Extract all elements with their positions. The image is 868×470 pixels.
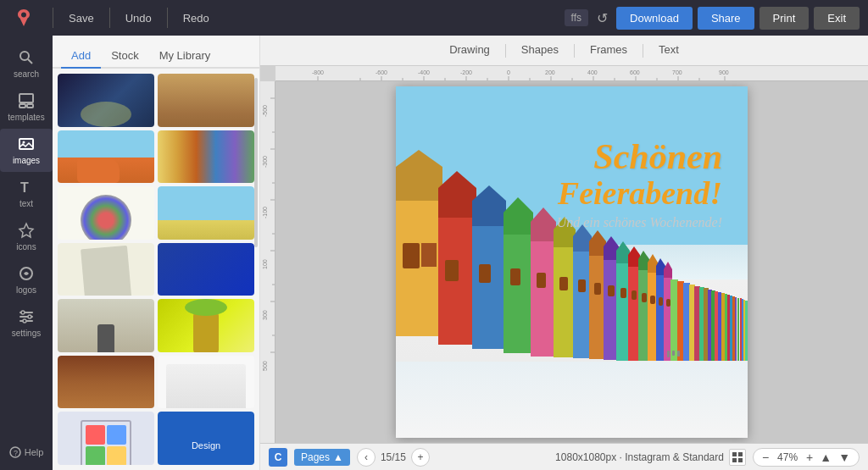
svg-text:-100: -100	[262, 207, 268, 218]
download-button[interactable]: Download	[616, 7, 693, 30]
grid-button[interactable]	[729, 449, 746, 466]
print-button[interactable]: Print	[760, 7, 810, 30]
list-item[interactable]	[158, 243, 254, 296]
list-item[interactable]	[158, 74, 254, 127]
svg-rect-66	[396, 201, 442, 336]
list-item[interactable]	[158, 130, 254, 184]
chevron-up-icon: ▲	[333, 451, 343, 463]
templates-icon	[18, 92, 35, 109]
zoom-down-button[interactable]: ▼	[837, 451, 852, 464]
svg-rect-123	[721, 293, 725, 361]
tab-shapes[interactable]: Shapes	[506, 38, 574, 63]
sidebar-item-icons[interactable]: icons	[0, 215, 53, 258]
sidebar-item-settings[interactable]: settings	[0, 301, 53, 345]
svg-rect-102	[642, 293, 647, 302]
list-item[interactable]	[58, 243, 154, 296]
svg-rect-69	[421, 243, 437, 267]
pages-label[interactable]: Pages ▲	[294, 449, 350, 466]
svg-rect-130	[740, 298, 742, 361]
list-item[interactable]	[58, 74, 154, 127]
list-item[interactable]	[58, 356, 154, 409]
share-button[interactable]: Share	[698, 7, 754, 30]
sidebar-item-logos[interactable]: logos	[0, 258, 53, 301]
svg-text:-300: -300	[262, 156, 268, 168]
sidebar-item-search[interactable]: search	[0, 42, 53, 86]
zoom-out-button[interactable]: −	[760, 451, 771, 464]
svg-text:400: 400	[587, 69, 598, 75]
prev-page-button[interactable]: ‹	[357, 448, 376, 467]
tab-add[interactable]: Add	[61, 44, 101, 69]
list-item[interactable]	[158, 299, 254, 352]
svg-rect-73	[472, 226, 506, 349]
help-label: Help	[25, 447, 44, 457]
zoom-in-button[interactable]: +	[804, 451, 815, 464]
svg-text:?: ?	[14, 449, 18, 457]
canvas-area: Drawing Shapes Frames Text -800	[260, 36, 868, 470]
svg-marker-80	[531, 207, 556, 241]
zoom-up-button[interactable]: ▲	[818, 451, 833, 464]
panel-scrollbar[interactable]	[254, 78, 258, 247]
svg-marker-77	[504, 197, 533, 235]
toolbar-divider2	[109, 8, 110, 28]
svg-marker-95	[616, 241, 630, 263]
list-item[interactable]	[158, 356, 254, 409]
exit-button[interactable]: Exit	[814, 7, 860, 30]
list-item[interactable]	[58, 186, 154, 240]
panel: Add Stock My Library	[53, 36, 260, 470]
sidebar-item-images[interactable]: images	[0, 129, 53, 172]
statusbar-logo: C	[269, 448, 287, 467]
svg-rect-108	[659, 297, 663, 306]
svg-point-14	[28, 315, 31, 318]
sidebar-item-text[interactable]: T text	[0, 172, 53, 215]
list-item[interactable]: Design	[158, 412, 254, 465]
redo-button[interactable]: Redo	[175, 8, 218, 28]
help-button[interactable]: ? Help	[4, 441, 49, 463]
svg-rect-90	[594, 283, 601, 295]
svg-text:300: 300	[262, 310, 268, 320]
list-item[interactable]	[58, 412, 154, 465]
svg-rect-124	[725, 294, 727, 361]
sidebar-item-templates[interactable]: templates	[0, 86, 53, 129]
history-button[interactable]: ↺	[593, 7, 611, 30]
tab-stock[interactable]: Stock	[101, 44, 149, 69]
tab-frames[interactable]: Frames	[575, 38, 643, 63]
app-logo[interactable]	[8, 3, 39, 33]
search-icon	[18, 49, 35, 66]
tab-my-library[interactable]: My Library	[149, 44, 221, 69]
list-item[interactable]	[58, 130, 154, 184]
sidebar-item-label: logos	[16, 285, 36, 295]
svg-line-1	[28, 59, 32, 64]
svg-rect-3	[19, 104, 25, 108]
svg-rect-116	[694, 286, 700, 361]
tab-drawing[interactable]: Drawing	[434, 38, 505, 63]
svg-rect-75	[479, 264, 491, 283]
svg-rect-111	[666, 299, 670, 307]
svg-rect-72	[445, 260, 459, 281]
next-page-button[interactable]: +	[411, 448, 430, 467]
sidebar-item-label: search	[14, 69, 39, 79]
svg-rect-105	[650, 296, 655, 304]
toolbar-divider3	[167, 8, 168, 28]
svg-rect-125	[727, 295, 730, 361]
svg-rect-76	[504, 235, 533, 353]
svg-marker-67	[396, 150, 442, 201]
svg-rect-99	[632, 290, 637, 300]
svg-text:600: 600	[630, 69, 640, 75]
svg-point-15	[23, 319, 26, 323]
list-item[interactable]	[158, 186, 254, 240]
svg-rect-96	[620, 288, 626, 298]
svg-rect-137	[738, 458, 743, 462]
zoom-level: 47%	[774, 451, 801, 463]
save-button[interactable]: Save	[60, 8, 103, 28]
undo-button[interactable]: Undo	[117, 8, 160, 28]
svg-marker-71	[438, 171, 476, 218]
svg-rect-79	[531, 241, 556, 357]
svg-rect-115	[689, 285, 695, 361]
tab-text[interactable]: Text	[643, 38, 694, 63]
svg-rect-2	[19, 94, 33, 102]
canvas-scroll[interactable]: Schönen Feierabend! Und ein schönes Woch…	[275, 81, 868, 443]
svg-text:100: 100	[262, 259, 268, 269]
svg-rect-93	[608, 285, 615, 296]
svg-rect-112	[670, 279, 678, 361]
list-item[interactable]	[58, 299, 154, 352]
